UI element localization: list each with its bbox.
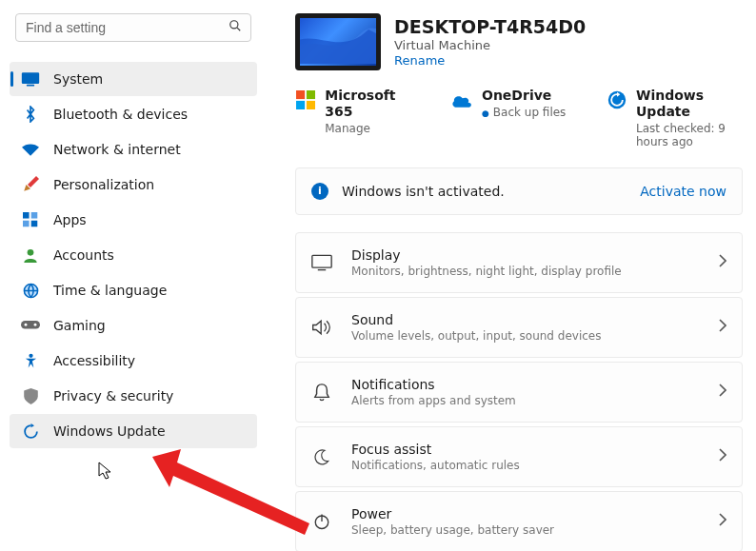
sidebar-label: Windows Update (53, 423, 166, 439)
chevron-right-icon (719, 319, 726, 335)
moon-icon (311, 446, 332, 467)
sidebar-item-windows-update[interactable]: Windows Update (10, 414, 257, 448)
card-title: Power (351, 506, 554, 521)
card-notifications[interactable]: Notifications Alerts from apps and syste… (295, 362, 743, 423)
sidebar-label: Privacy & security (53, 388, 173, 403)
globe-icon (21, 281, 40, 300)
svg-rect-17 (307, 101, 315, 109)
sound-icon (311, 317, 332, 338)
sidebar-label: System (53, 71, 103, 87)
apps-icon (21, 210, 40, 229)
onedrive-icon (451, 89, 472, 110)
activation-message: Windows isn't activated. (342, 184, 505, 199)
card-sub: Monitors, brightness, night light, displ… (351, 265, 622, 278)
svg-rect-4 (23, 212, 30, 219)
status-windows-update[interactable]: Windows Update Last checked: 9 hours ago (607, 88, 743, 148)
display-icon (311, 252, 332, 273)
pc-wallpaper-thumb (295, 13, 381, 70)
sidebar-item-bluetooth[interactable]: Bluetooth & devices (10, 97, 257, 131)
activation-banner[interactable]: i Windows isn't activated. Activate now (295, 167, 743, 215)
pc-info: DESKTOP-T4R54D0 Virtual Machine Rename (394, 16, 586, 68)
sidebar-item-apps[interactable]: Apps (10, 203, 257, 237)
activate-now-link[interactable]: Activate now (640, 184, 726, 199)
card-title: Focus assist (351, 442, 520, 457)
sidebar-item-accessibility[interactable]: Accessibility (10, 344, 257, 378)
search-icon (229, 19, 242, 35)
sidebar-label: Time & language (53, 283, 167, 298)
nav-list: System Bluetooth & devices Network & int… (10, 61, 257, 449)
svg-rect-6 (23, 221, 30, 227)
card-power[interactable]: Power Sleep, battery usage, battery save… (295, 491, 743, 551)
sidebar-item-gaming[interactable]: Gaming (10, 308, 257, 343)
sidebar-item-personalization[interactable]: Personalization (10, 167, 257, 202)
card-focus-assist[interactable]: Focus assist Notifications, automatic ru… (295, 426, 743, 487)
m365-icon (295, 89, 315, 110)
card-sound[interactable]: Sound Volume levels, output, input, soun… (295, 297, 743, 358)
sidebar-label: Personalization (53, 177, 154, 192)
sidebar-item-system[interactable]: System (10, 62, 257, 96)
card-title: Sound (351, 312, 601, 327)
svg-rect-15 (307, 90, 315, 99)
status-sub: ●Back up files (482, 106, 566, 119)
accounts-icon (21, 246, 40, 265)
main-panel: DESKTOP-T4R54D0 Virtual Machine Rename M… (267, 0, 756, 551)
accessibility-icon (21, 351, 40, 370)
update-icon (21, 422, 40, 441)
chevron-right-icon (719, 448, 726, 464)
chevron-right-icon (719, 254, 726, 270)
search-container (15, 13, 251, 42)
card-display[interactable]: Display Monitors, brightness, night ligh… (295, 232, 743, 293)
update-status-icon (607, 89, 627, 110)
svg-point-11 (25, 324, 28, 326)
sidebar-label: Accounts (53, 247, 114, 263)
sidebar-label: Apps (53, 212, 87, 227)
status-sub: Last checked: 9 hours ago (636, 122, 743, 148)
chevron-right-icon (719, 513, 726, 529)
bluetooth-icon (21, 105, 40, 124)
svg-rect-16 (296, 101, 305, 109)
pc-type: Virtual Machine (394, 38, 586, 52)
sidebar-item-time-language[interactable]: Time & language (10, 273, 257, 307)
svg-rect-5 (31, 212, 38, 219)
svg-point-0 (230, 21, 238, 29)
status-title: OneDrive (482, 88, 566, 104)
card-sub: Notifications, automatic rules (351, 459, 520, 472)
sidebar-item-network[interactable]: Network & internet (10, 132, 257, 167)
sidebar-item-privacy[interactable]: Privacy & security (10, 379, 257, 413)
sidebar-label: Accessibility (53, 353, 135, 368)
gaming-icon (21, 316, 40, 335)
shield-icon (21, 386, 40, 405)
status-microsoft365[interactable]: Microsoft 365 Manage (295, 88, 425, 148)
paintbrush-icon (21, 175, 40, 194)
system-icon (21, 69, 40, 89)
svg-point-12 (34, 324, 37, 326)
svg-line-1 (237, 28, 240, 30)
card-sub: Alerts from apps and system (351, 394, 516, 407)
status-sub-text: Back up files (493, 106, 567, 119)
status-onedrive[interactable]: OneDrive ●Back up files (451, 88, 581, 148)
pc-header: DESKTOP-T4R54D0 Virtual Machine Rename (295, 13, 743, 70)
svg-point-13 (29, 353, 32, 357)
card-title: Display (351, 247, 622, 263)
pc-name: DESKTOP-T4R54D0 (394, 16, 586, 37)
card-sub: Volume levels, output, input, sound devi… (351, 329, 601, 343)
svg-rect-7 (31, 221, 38, 227)
rename-link[interactable]: Rename (394, 53, 586, 68)
sidebar-item-accounts[interactable]: Accounts (10, 238, 257, 272)
sidebar-label: Gaming (53, 318, 106, 333)
sidebar-label: Network & internet (53, 142, 181, 157)
search-input[interactable] (15, 13, 251, 42)
wifi-icon (21, 140, 40, 159)
chevron-right-icon (719, 384, 726, 400)
sidebar-label: Bluetooth & devices (53, 107, 188, 122)
bell-icon (311, 382, 332, 403)
status-strip: Microsoft 365 Manage OneDrive ●Back up f… (295, 88, 743, 148)
status-sub: Manage (325, 122, 425, 135)
power-icon (311, 511, 332, 532)
status-title: Microsoft 365 (325, 88, 425, 120)
settings-cards: Display Monitors, brightness, night ligh… (295, 232, 743, 551)
card-title: Notifications (351, 377, 516, 392)
svg-rect-19 (312, 255, 331, 267)
svg-rect-2 (22, 72, 39, 84)
svg-point-8 (28, 249, 34, 256)
